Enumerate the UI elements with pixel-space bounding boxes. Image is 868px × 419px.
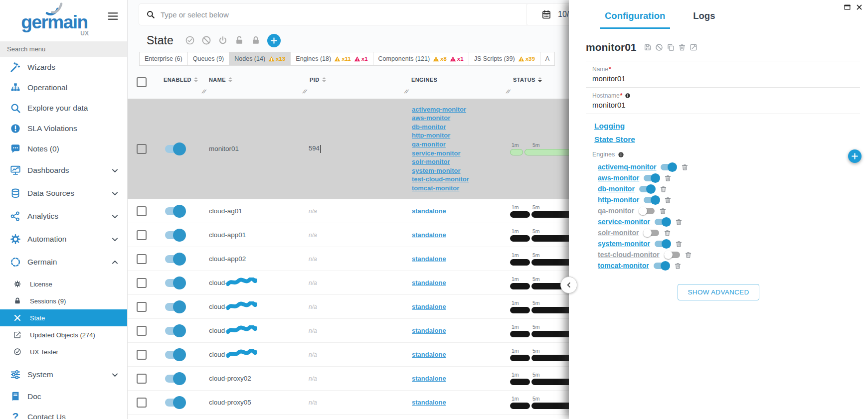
enabled-toggle[interactable]	[165, 351, 185, 359]
engine-toggle[interactable]	[655, 241, 671, 247]
table-row[interactable]: cloud-n/astandalone1m5m	[128, 295, 569, 319]
table-row[interactable]: cloud-app02n/astandalone1m5m	[128, 247, 569, 271]
panel-tab-logs[interactable]: Logs	[688, 10, 720, 29]
tab-engines-18[interactable]: Engines (18)x11x1	[290, 52, 373, 66]
sidebar-item-wizards[interactable]: Wizards	[0, 57, 127, 77]
trash-icon[interactable]	[678, 43, 686, 51]
sidebar-item-doc[interactable]: Doc	[0, 386, 127, 407]
show-advanced-button[interactable]: SHOW ADVANCED	[678, 284, 760, 300]
engine-link[interactable]: solr-monitor	[598, 229, 639, 237]
save-icon[interactable]	[644, 43, 652, 51]
app-logo[interactable]: germain UX	[17, 2, 92, 37]
enabled-toggle[interactable]	[165, 375, 185, 383]
tab-enterprise-6[interactable]: Enterprise (6)	[139, 52, 188, 66]
engine-link[interactable]: standalone	[412, 350, 508, 359]
row-checkbox[interactable]	[137, 206, 147, 216]
engine-link[interactable]: qa-monitor	[598, 207, 634, 215]
table-row[interactable]: cloud-n/astandalone1m5m	[128, 271, 569, 295]
col-header-status[interactable]: STATUS	[508, 77, 569, 83]
row-checkbox[interactable]	[137, 144, 147, 154]
sidebar-item-data-sources[interactable]: Data Sources	[0, 182, 127, 205]
engine-link[interactable]: solr-monitor	[412, 157, 508, 166]
tab-queues-9[interactable]: Queues (9)	[187, 52, 230, 66]
select-all-checkbox[interactable]	[137, 77, 147, 87]
trash-icon[interactable]	[685, 251, 692, 259]
engine-link[interactable]: standalone	[412, 326, 508, 335]
table-row[interactable]: cloud-n/astandalone1m5m	[128, 343, 569, 367]
engine-toggle[interactable]	[664, 252, 680, 258]
row-checkbox[interactable]	[137, 350, 147, 360]
engine-link[interactable]: standalone	[412, 207, 508, 216]
sidebar-item-sessions-9[interactable]: Sessions (9)	[0, 292, 127, 309]
row-checkbox[interactable]	[137, 398, 147, 408]
engine-link[interactable]: test-cloud-monitor	[412, 175, 508, 184]
engine-link[interactable]: test-cloud-monitor	[598, 251, 660, 259]
engine-link[interactable]: standalone	[412, 302, 508, 311]
engine-link[interactable]: standalone	[412, 279, 508, 287]
trash-icon[interactable]	[660, 185, 667, 193]
row-checkbox[interactable]	[137, 326, 147, 336]
table-row[interactable]: cloud-app01n/astandalone1m5m	[128, 223, 569, 247]
trash-icon[interactable]	[675, 240, 683, 248]
state-store-link[interactable]: State Store	[594, 135, 635, 144]
engine-link[interactable]: system-monitor	[412, 166, 508, 175]
sidebar-item-operational[interactable]: Operational	[0, 77, 127, 98]
engine-link[interactable]: aws-monitor	[598, 174, 639, 182]
enabled-toggle[interactable]	[165, 327, 185, 335]
column-resize-handle[interactable]: //	[506, 89, 511, 94]
engine-toggle[interactable]	[644, 175, 660, 181]
sidebar-item-germain[interactable]: Germain	[0, 251, 127, 274]
table-row[interactable]: cloud-proxy02n/astandalone1m5m	[128, 367, 569, 391]
engine-toggle[interactable]	[661, 164, 677, 170]
column-resize-handle[interactable]: //	[302, 89, 307, 94]
ban-icon[interactable]	[201, 35, 211, 45]
tab-js-scripts-39[interactable]: JS Scripts (39)x39	[469, 52, 540, 66]
check-circle-icon[interactable]	[185, 35, 195, 45]
trash-icon[interactable]	[664, 174, 672, 182]
enabled-toggle[interactable]	[165, 399, 185, 407]
sidebar-item-notes-0[interactable]: Notes (0)	[0, 139, 127, 159]
date-picker[interactable]: 10/	[526, 4, 569, 25]
row-checkbox[interactable]	[137, 278, 147, 288]
table-row[interactable]: cloud-ag01n/astandalone1m5m	[128, 199, 569, 223]
column-resize-handle[interactable]: //	[201, 89, 206, 94]
enabled-toggle[interactable]	[165, 303, 185, 311]
row-checkbox[interactable]	[137, 302, 147, 312]
table-row[interactable]: monitor01594activemq-monitoraws-monitord…	[128, 99, 569, 199]
power-icon[interactable]	[218, 35, 228, 45]
trash-icon[interactable]	[664, 196, 672, 204]
sidebar-item-ux-tester[interactable]: UX Tester	[0, 343, 127, 360]
engine-toggle[interactable]	[644, 197, 660, 203]
table-row[interactable]: cloud-n/astandalone1m5m	[128, 319, 569, 343]
row-checkbox[interactable]	[137, 230, 147, 240]
close-panel-icon[interactable]	[856, 3, 863, 11]
engine-link[interactable]: standalone	[412, 398, 508, 407]
copy-icon[interactable]	[667, 43, 675, 51]
sidebar-item-dashboards[interactable]: Dashboards	[0, 159, 127, 182]
sidebar-item-license[interactable]: License	[0, 276, 127, 292]
sidebar-search-input[interactable]: Search menu	[0, 41, 127, 57]
engine-toggle[interactable]	[654, 263, 670, 269]
ban-icon[interactable]	[655, 43, 663, 51]
add-engine-button[interactable]	[848, 149, 862, 163]
sidebar-item-updated-objects-274[interactable]: Updated Objects (274)	[0, 326, 127, 343]
engine-link[interactable]: tomcat-monitor	[412, 184, 508, 193]
engine-link[interactable]: db-monitor	[598, 185, 635, 193]
tab-a[interactable]: A	[540, 52, 555, 66]
enabled-toggle[interactable]	[165, 145, 185, 153]
sidebar-item-system[interactable]: System	[0, 363, 127, 386]
col-header-enabled[interactable]: ENABLED	[159, 77, 204, 83]
trash-icon[interactable]	[674, 262, 682, 270]
logging-link[interactable]: Logging	[594, 122, 625, 131]
engine-link[interactable]: aws-monitor	[412, 114, 508, 123]
sidebar-item-automation[interactable]: Automation	[0, 228, 127, 251]
engine-toggle[interactable]	[655, 219, 671, 225]
enabled-toggle[interactable]	[165, 231, 185, 239]
collapse-panel-button[interactable]	[560, 277, 577, 293]
enabled-toggle[interactable]	[165, 279, 185, 287]
sidebar-item-analytics[interactable]: Analytics	[0, 205, 127, 228]
hostname-field[interactable]: Hostname*monitor01	[586, 88, 860, 114]
pencil-icon[interactable]	[690, 43, 697, 51]
unlock-icon[interactable]	[234, 35, 244, 45]
engine-link[interactable]: standalone	[412, 255, 508, 264]
